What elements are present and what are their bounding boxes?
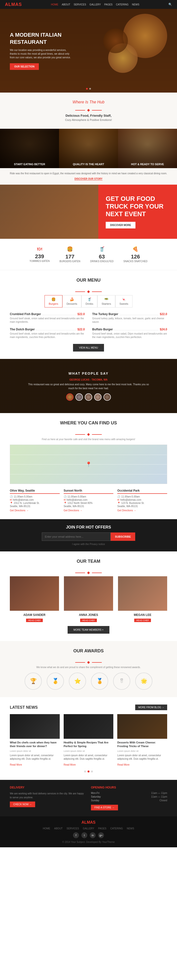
search-icon[interactable]: 🔍 [168,3,172,6]
avatar-4[interactable] [94,393,101,401]
hero-dot-1[interactable] [86,88,88,90]
twitter-icon[interactable]: t [81,832,87,838]
tab-burgers[interactable]: 🍔 Burgers [44,295,62,307]
join-section: JOIN FOR HOT OFFERS Subscribe I agree wi… [0,519,177,551]
location-1-hours: 🕐 11.00am-5.00am [10,495,60,498]
tab-drinks-label: Drinks [85,302,93,305]
testimonials-title: WHAT PEOPLE SAY [68,371,108,375]
news-readmore-1[interactable]: Read More [10,764,22,766]
location-2: Sunset North 🕐 11.00am-5.00am ✉ hello@al… [64,489,114,512]
discover-text: Ride was the first restaurant to open in… [4,172,173,175]
stat-3-number: 63 [90,253,114,260]
join-email-input[interactable] [42,533,111,541]
stats-section: 🍽 239 Yummies Eaten 🍔 177 Burgers Eaten … [0,239,177,270]
footer-nav-home[interactable]: Home [43,827,50,830]
pin-icon-2: 📍 [64,502,66,504]
menu-item-1: Crumbled Fish Burger $22.0 Ground beef s… [10,312,85,324]
footer-nav-about[interactable]: About [54,827,62,830]
footer-nav-services[interactable]: Services [66,827,79,830]
award-6: 🌟 [135,673,152,690]
dessert-icon: 🍰 [70,298,74,301]
footer-check-button[interactable]: Check Now → [10,802,35,807]
footer-hour-row-3: Sunday Closed [91,799,167,802]
footer-nav-gallery[interactable]: Gallery [83,827,94,830]
facebook-icon[interactable]: f [73,832,79,838]
footer-bottom: ALMAS Home About Services Gallery Pages … [0,816,177,847]
nav-news[interactable]: News [132,3,139,6]
news-meta-2: Lorem ipsum dolor sit [64,750,114,752]
more-blog-button[interactable]: More From Blog → [135,705,167,710]
nav-home[interactable]: Home [51,3,58,6]
news-img-3 [117,714,167,739]
menu-item-4: Buffalo Burger $24.0 Ground beef steak, … [92,328,167,339]
menu-item-4-desc: Ground beef steak, onion salad, Dijon mu… [92,332,167,339]
food-truck-button[interactable]: Discover More [106,222,136,228]
location-3-link[interactable]: Get Directions → [117,509,167,512]
tab-desserts[interactable]: 🍰 Desserts [62,295,81,307]
join-input-row: Subscribe [10,533,167,541]
pin-icon: 📍 [10,502,13,504]
motto-section: Where Is The Hub Delicious Food, Friendl… [0,92,177,129]
tab-sweets[interactable]: 🍬 Sweets [115,295,133,307]
avatar-3[interactable] [85,393,92,401]
location-1-name: Olive Way, Seattle [10,489,60,494]
join-subscribe-button[interactable]: Subscribe [111,533,136,541]
header-logo[interactable]: ALMAS [5,2,22,7]
menu-item-1-name: Crumbled Fish Burger [10,312,41,316]
news-readmore-2[interactable]: Read More [64,764,76,766]
menu-item-2-price: $22.0 [160,312,167,316]
nav-gallery[interactable]: Gallery [90,3,101,6]
menu-item-3: The Dutch Burger $22.0 Ground beef steak… [10,328,85,339]
menu-item-4-header: Buffalo Burger $24.0 [92,328,167,331]
tab-drinks[interactable]: 🥤 Drinks [81,295,97,307]
news-readmore-3[interactable]: Read More [117,764,129,766]
location-2-address: 📍 1312 North Street 80% [64,502,114,504]
img-card-1-label: Start Eating Better [0,163,59,165]
tab-starters-label: Starters [101,302,111,305]
motto-subtitle: Delicious Food, Friendly Staff, [5,114,172,118]
stat-2-number: 177 [60,253,81,260]
footer-nav-catering[interactable]: Catering [111,827,123,830]
award-5: 🎖 [113,673,130,690]
location-2-link[interactable]: Get Directions → [64,509,114,512]
news-dot-3[interactable] [91,770,93,773]
nav-services[interactable]: Services [74,3,86,6]
location-1: Olive Way, Seattle 🕐 11.00am-5.00am ✉ he… [10,489,60,512]
avatar-2[interactable] [76,393,83,401]
testimonial-text: This restaurant was so great and delicio… [27,383,150,390]
team-member-3-name: MEGAN LEE [118,613,167,617]
news-dot-1[interactable] [84,770,86,773]
hero-cta-button[interactable]: Our Selection [10,63,39,70]
map-placeholder: 📍 [10,445,167,484]
view-all-menu-button[interactable]: View All Menu [73,344,104,352]
location-2-city: Seattle, WA-95131 [64,505,114,508]
menu-title: OUR MENU [10,278,167,283]
award-4: 🏅 [91,673,108,690]
footer-nav-pages[interactable]: Pages [98,827,106,830]
nav-catering[interactable]: Catering [116,3,128,6]
googleplus-icon[interactable]: g+ [98,832,104,838]
avatar-5[interactable] [103,393,111,401]
footer-nav-news[interactable]: News [127,827,134,830]
tab-sweets-label: Sweets [120,302,128,305]
footer-time-2: 11am — 11pm [151,795,167,798]
location-1-link[interactable]: Get Directions → [10,509,60,512]
avatar-1[interactable] [66,393,74,401]
news-dot-2[interactable] [87,770,90,773]
header-icons: 🔍 [168,3,172,6]
map-container: 📍 [10,445,167,484]
nav-about[interactable]: About [62,3,70,6]
footer-find-button[interactable]: Find a Store → [91,805,118,810]
location-2-hours: 🕐 11.00am-5.00am [64,495,114,498]
news-headline-3: Desserts With Cream Cheese: Frosting Tri… [117,741,167,748]
linkedin-icon[interactable]: in [90,832,96,838]
stat-2-label: Burgers Eaten [60,260,81,262]
tab-starters[interactable]: 🥗 Starters [97,295,115,307]
burger-icon: 🍔 [51,298,55,301]
hero-dot-2[interactable] [89,88,91,90]
discover-link[interactable]: Discover Our Story [74,178,103,180]
more-team-button[interactable]: More Team Members + [68,626,109,634]
news-headline-2: Healthy & Simple Recipes That Are Perfec… [64,741,114,748]
nav-pages[interactable]: Pages [104,3,112,6]
news-meta-3: Lorem ipsum dolor sit [117,750,167,752]
